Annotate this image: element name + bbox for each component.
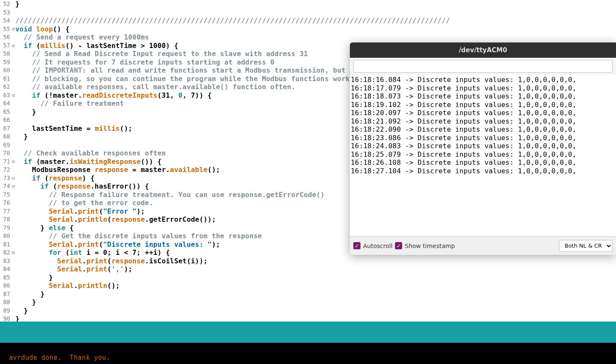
code-text[interactable]: } — [15, 307, 28, 315]
line-number: 86 — [0, 282, 11, 290]
code-text[interactable]: } — [15, 133, 28, 141]
code-text[interactable]: if (master.isWaitingResponse()) { — [15, 158, 162, 166]
line-number: 52 — [0, 0, 11, 8]
code-text[interactable]: ////////////////////////////////////////… — [15, 17, 450, 25]
autoscroll-label: Autoscroll — [363, 243, 392, 249]
line-number: 58 — [0, 50, 11, 58]
fold-marker — [11, 207, 15, 216]
fold-marker[interactable]: ⊟ — [11, 182, 15, 191]
serial-titlebar[interactable]: /dev/ttyACM0 — [350, 42, 616, 58]
fold-marker — [11, 75, 15, 83]
line-number: 56 — [0, 33, 11, 42]
code-text[interactable]: // Send a request every 1000ms — [15, 33, 149, 42]
fold-marker — [11, 99, 15, 108]
code-text[interactable]: } — [15, 108, 36, 116]
code-line[interactable]: 87 } — [0, 290, 616, 299]
code-line[interactable]: 55⊟void loop() { — [0, 25, 616, 34]
code-text[interactable]: // Check available responses often — [15, 149, 166, 158]
fold-marker[interactable]: ⊟ — [11, 42, 15, 50]
line-number: 85 — [0, 274, 11, 282]
autoscroll-checkbox[interactable]: ✓ — [353, 242, 361, 249]
line-number: 73 — [0, 174, 11, 183]
code-text[interactable]: } — [15, 290, 45, 299]
code-text[interactable]: for (int i = 0; i < 7; ++i) { — [15, 248, 170, 257]
line-number: 59 — [0, 58, 11, 67]
code-line[interactable]: 83 Serial.print(response.isCoilSet(i)); — [0, 257, 616, 265]
line-number: 72 — [0, 166, 11, 174]
line-number: 65 — [0, 108, 11, 116]
code-text[interactable]: Serial.print(','); — [15, 265, 132, 274]
code-text[interactable]: // Get the discrete inputs values from t… — [15, 232, 262, 240]
code-text[interactable]: // blocking, so you can continue the pro… — [15, 75, 350, 83]
line-number: 78 — [0, 215, 11, 224]
code-line[interactable]: 54//////////////////////////////////////… — [0, 17, 616, 25]
compile-console[interactable]: avrdude done. Thank you. — [0, 343, 616, 364]
fold-marker — [11, 83, 15, 91]
code-line[interactable]: 56 // Send a request every 1000ms — [0, 33, 616, 42]
line-number: 69 — [0, 141, 11, 150]
line-number: 63 — [0, 91, 11, 100]
line-number: 70 — [0, 149, 11, 158]
code-text[interactable]: // IMPORTANT: all read and write functio… — [15, 66, 350, 75]
code-line[interactable]: 52} — [0, 0, 616, 8]
fold-marker[interactable]: ⊟ — [11, 158, 15, 166]
code-text[interactable]: // Failure treatment — [15, 99, 124, 108]
code-text[interactable]: if (response.hasError()) { — [15, 182, 149, 191]
code-text[interactable]: if (response) { — [15, 174, 95, 183]
code-line[interactable]: 88 } — [0, 298, 616, 307]
code-text[interactable]: ModbusResponse response = master.availab… — [15, 166, 220, 174]
code-text[interactable]: // Send a Read Discrete Input request to… — [15, 50, 308, 58]
serial-output[interactable]: 16:18:16.084 -> Discrete inputs values: … — [350, 75, 616, 236]
fold-marker — [11, 307, 15, 315]
serial-send-input[interactable] — [353, 60, 613, 73]
code-line[interactable]: 84 Serial.print(','); — [0, 265, 616, 274]
fold-marker — [11, 58, 15, 67]
serial-output-line: 16:18:17.079 -> Discrete inputs values: … — [351, 84, 615, 93]
fold-marker[interactable]: ⊟ — [11, 25, 15, 34]
code-text[interactable]: Serial.println(response.getErrorCode()); — [15, 215, 216, 224]
code-line[interactable]: 53 — [0, 8, 616, 17]
fold-marker — [11, 50, 15, 58]
code-line[interactable]: 86 Serial.println(); — [0, 282, 616, 290]
status-divider — [0, 322, 616, 343]
code-text[interactable]: } — [15, 0, 20, 8]
line-number: 89 — [0, 307, 11, 315]
fold-marker[interactable]: ⊟ — [11, 174, 15, 183]
line-number: 81 — [0, 240, 11, 249]
serial-output-line: 16:18:27.104 -> Discrete inputs values: … — [351, 167, 615, 175]
code-text[interactable]: } else { — [15, 224, 74, 232]
code-text[interactable]: } — [15, 298, 36, 307]
serial-output-line: 16:18:16.084 -> Discrete inputs values: … — [351, 76, 615, 84]
line-number: 62 — [0, 83, 11, 91]
line-ending-select[interactable]: Both NL & CR — [559, 240, 613, 252]
code-text[interactable]: // available responses, call master.avai… — [15, 83, 295, 91]
code-text[interactable]: if (millis() - lastSentTime > 1000) { — [15, 42, 179, 50]
code-text[interactable]: } — [15, 274, 53, 282]
fold-marker — [11, 141, 15, 150]
code-line[interactable]: 89 } — [0, 307, 616, 315]
fold-marker — [11, 0, 15, 8]
code-text[interactable]: } — [15, 315, 20, 322]
code-text[interactable]: Serial.println(); — [15, 282, 120, 290]
code-line[interactable]: 85 } — [0, 274, 616, 282]
code-text[interactable]: // Response failure treatment. You can u… — [15, 191, 325, 199]
serial-output-line: 16:18:23.086 -> Discrete inputs values: … — [351, 134, 615, 142]
fold-marker[interactable]: ⊟ — [11, 248, 15, 257]
line-number: 90 — [0, 315, 11, 322]
fold-marker — [11, 215, 15, 224]
code-line[interactable]: 90} — [0, 315, 616, 322]
fold-marker — [11, 191, 15, 199]
code-text[interactable]: Serial.print("Discrete inputs values: ")… — [15, 240, 220, 249]
code-text[interactable]: if (!master.readDiscreteInputs(31, 0, 7)… — [15, 91, 212, 100]
code-text[interactable]: Serial.print("Error "); — [15, 207, 145, 216]
code-text[interactable]: void loop() { — [15, 25, 70, 34]
code-text[interactable]: // It requests for 7 discrete inputs sta… — [15, 58, 275, 67]
code-text[interactable]: Serial.print(response.isCoilSet(i)); — [15, 257, 207, 265]
fold-marker[interactable]: ⊟ — [11, 91, 15, 100]
fold-marker — [11, 116, 15, 124]
line-number: 74 — [0, 182, 11, 191]
code-text[interactable]: lastSentTime = millis(); — [15, 124, 132, 133]
line-number: 60 — [0, 66, 11, 75]
code-text[interactable]: // to get the error code. — [15, 199, 153, 207]
timestamp-checkbox[interactable]: ✓ — [395, 242, 402, 249]
